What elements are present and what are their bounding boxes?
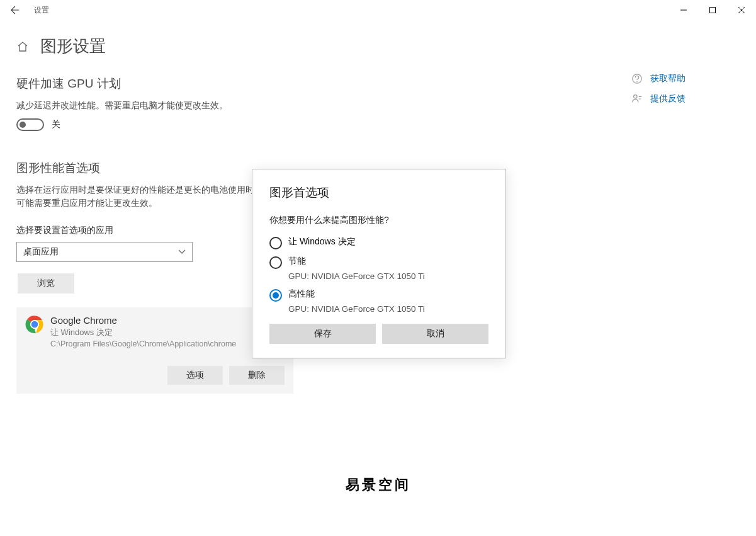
perf-pref-desc: 选择在运行应用时是要保证更好的性能还是更长的电池使用时间。你可能需要重启应用才能… — [16, 184, 281, 210]
delete-button[interactable]: 删除 — [229, 366, 285, 385]
back-button[interactable] — [8, 3, 23, 18]
svg-point-3 — [634, 95, 637, 98]
close-button[interactable] — [727, 0, 756, 20]
cancel-button[interactable]: 取消 — [382, 324, 488, 344]
titlebar: 设置 — [0, 0, 756, 20]
gpu-schedule-heading: 硬件加速 GPU 计划 — [16, 76, 570, 92]
dialog-question: 你想要用什么来提高图形性能? — [269, 215, 488, 226]
radio-label-1: 节能 — [288, 256, 488, 267]
radio-high-performance[interactable]: 高性能 — [269, 288, 488, 302]
arrow-left-icon — [11, 6, 20, 14]
app-pref: 让 Windows 决定 — [50, 327, 285, 338]
graphics-pref-dialog: 图形首选项 你想要用什么来提高图形性能? 让 Windows 决定 节能 GPU… — [252, 169, 506, 358]
svg-point-6 — [31, 321, 38, 328]
svg-point-2 — [636, 81, 637, 82]
radio-label-0: 让 Windows 决定 — [288, 236, 488, 248]
minimize-icon — [680, 7, 687, 13]
radio-circle — [269, 237, 282, 249]
app-type-value: 桌面应用 — [23, 246, 59, 258]
page-title: 图形设置 — [40, 35, 106, 57]
dialog-buttons: 保存 取消 — [269, 324, 488, 344]
gpu-schedule-toggle-row: 关 — [16, 118, 570, 131]
dialog-title: 图形首选项 — [269, 185, 488, 201]
maximize-icon — [709, 7, 716, 13]
watermark: 易景空间 — [346, 476, 411, 494]
help-link-label: 获取帮助 — [650, 73, 685, 84]
browse-button[interactable]: 浏览 — [18, 273, 74, 294]
help-icon — [631, 73, 643, 84]
window-controls — [669, 0, 756, 20]
toggle-knob — [20, 122, 26, 128]
radio-sub-1: GPU: NVIDIA GeForce GTX 1050 Ti — [288, 271, 488, 281]
app-type-select[interactable]: 桌面应用 — [16, 242, 193, 262]
options-button[interactable]: 选项 — [167, 366, 223, 385]
home-icon[interactable] — [16, 40, 29, 53]
gpu-schedule-toggle-label: 关 — [52, 119, 60, 130]
feedback-link-label: 提供反馈 — [650, 93, 685, 105]
feedback-link[interactable]: 提供反馈 — [631, 93, 685, 105]
radio-let-windows-decide[interactable]: 让 Windows 决定 — [269, 236, 488, 249]
radio-label-2: 高性能 — [288, 288, 488, 300]
app-path: C:\Program Files\Google\Chrome\Applicati… — [50, 339, 285, 348]
close-icon — [738, 7, 745, 13]
save-button[interactable]: 保存 — [269, 324, 376, 344]
minimize-button[interactable] — [669, 0, 698, 20]
gpu-schedule-desc: 减少延迟并改进性能。需要重启电脑才能使更改生效。 — [16, 100, 570, 112]
app-title: 设置 — [34, 5, 49, 16]
radio-dot — [273, 292, 279, 299]
radio-sub-2: GPU: NVIDIA GeForce GTX 1050 Ti — [288, 304, 488, 314]
app-header: Google Chrome 让 Windows 决定 C:\Program Fi… — [25, 315, 285, 348]
help-link[interactable]: 获取帮助 — [631, 73, 685, 84]
side-links: 获取帮助 提供反馈 — [631, 73, 685, 113]
gpu-schedule-toggle[interactable] — [16, 118, 44, 131]
chrome-icon — [25, 315, 44, 334]
chevron-down-icon — [178, 249, 186, 254]
svg-rect-0 — [710, 8, 716, 13]
app-buttons: 选项 删除 — [25, 366, 285, 385]
app-name: Google Chrome — [50, 315, 285, 326]
page-header: 图形设置 — [0, 20, 756, 69]
radio-circle — [269, 256, 282, 269]
feedback-icon — [631, 93, 643, 105]
radio-power-saving[interactable]: 节能 — [269, 256, 488, 269]
radio-circle — [269, 289, 282, 302]
app-text: Google Chrome 让 Windows 决定 C:\Program Fi… — [50, 315, 285, 348]
maximize-button[interactable] — [698, 0, 727, 20]
